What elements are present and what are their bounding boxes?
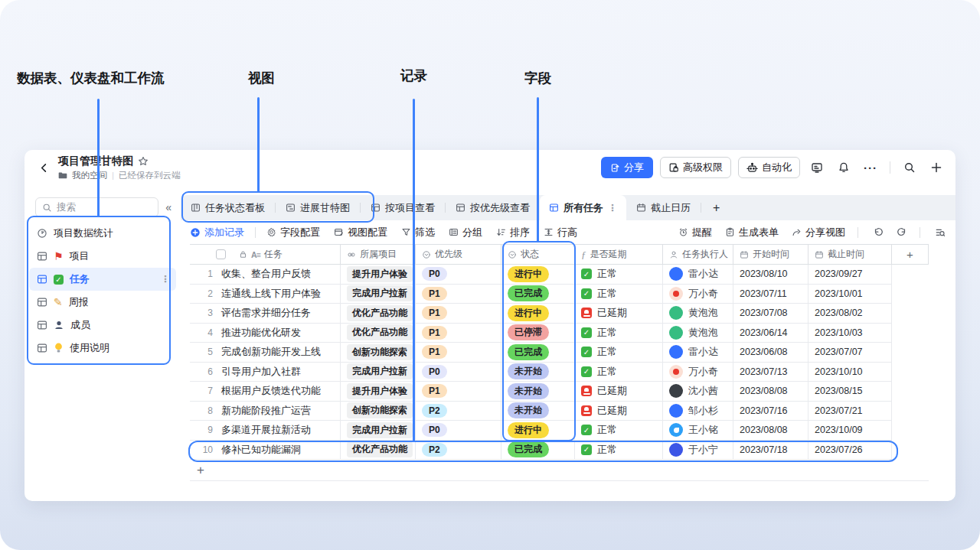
add-view-button[interactable]: + bbox=[701, 195, 731, 220]
back-button[interactable] bbox=[34, 158, 54, 177]
delay-cell[interactable]: 正常 bbox=[575, 421, 663, 441]
find-in-view-button[interactable] bbox=[935, 227, 946, 238]
priority-cell[interactable]: P0 bbox=[416, 421, 501, 441]
assignee-cell[interactable]: 雷小达 bbox=[663, 343, 733, 363]
tab-all-tasks[interactable]: 所有任务 ⋮ bbox=[540, 195, 626, 220]
delay-cell[interactable]: 正常 bbox=[575, 285, 663, 304]
start-date-cell[interactable]: 2023/07/08 bbox=[733, 304, 808, 324]
add-column-button[interactable]: + bbox=[892, 245, 929, 265]
share-view-button[interactable]: 分享视图 bbox=[792, 226, 845, 239]
delay-cell[interactable]: 已延期 bbox=[575, 304, 663, 324]
task-cell[interactable]: 1 收集、整合用户反馈 bbox=[190, 265, 341, 285]
more-button[interactable]: ··· bbox=[861, 158, 880, 177]
select-all-checkbox[interactable] bbox=[216, 249, 226, 259]
delay-cell[interactable]: 正常 bbox=[575, 324, 663, 343]
assignee-cell[interactable]: 王小铭 bbox=[663, 421, 733, 441]
delay-cell[interactable]: 正常 bbox=[575, 343, 663, 363]
column-header-end-date[interactable]: 截止时间 bbox=[808, 245, 892, 265]
end-date-cell[interactable]: 2023/07/07 bbox=[808, 343, 892, 363]
column-header-task[interactable]: A≡ 任务 bbox=[190, 245, 341, 265]
start-date-cell[interactable]: 2023/08/08 bbox=[733, 382, 808, 402]
start-date-cell[interactable]: 2023/08/10 bbox=[733, 265, 808, 285]
assignee-cell[interactable]: 邹小杉 bbox=[663, 402, 733, 421]
priority-cell[interactable]: P1 bbox=[416, 304, 501, 324]
task-cell[interactable]: 6 引导用户加入社群 bbox=[190, 363, 341, 382]
start-date-cell[interactable]: 2023/07/16 bbox=[733, 402, 808, 421]
sort-button[interactable]: 排序 bbox=[496, 226, 530, 239]
task-cell[interactable]: 7 根据用户反馈迭代功能 bbox=[190, 382, 341, 402]
project-cell[interactable]: 创新功能探索 bbox=[341, 343, 416, 363]
task-cell[interactable]: 5 完成创新功能开发上线 bbox=[190, 343, 341, 363]
filter-button[interactable]: 筛选 bbox=[401, 226, 435, 239]
share-button[interactable]: 分享 bbox=[601, 157, 653, 178]
automation-button[interactable]: 自动化 bbox=[738, 157, 800, 178]
end-date-cell[interactable]: 2023/09/27 bbox=[808, 265, 892, 285]
priority-cell[interactable]: P1 bbox=[416, 285, 501, 304]
tab-more-icon[interactable]: ⋮ bbox=[608, 203, 617, 213]
project-cell[interactable]: 创新功能探索 bbox=[341, 402, 416, 421]
priority-cell[interactable]: P0 bbox=[416, 265, 501, 285]
tab-by-priority[interactable]: 按优先级查看 bbox=[446, 195, 540, 220]
column-header-priority[interactable]: 优先级 bbox=[416, 245, 501, 265]
assignee-cell[interactable]: 黄泡泡 bbox=[663, 324, 733, 343]
task-cell[interactable]: 8 新功能阶段推广运营 bbox=[190, 402, 341, 421]
priority-cell[interactable]: P2 bbox=[416, 402, 501, 421]
task-cell[interactable]: 4 推进功能优化研发 bbox=[190, 324, 341, 343]
priority-cell[interactable]: P1 bbox=[416, 343, 501, 363]
end-date-cell[interactable]: 2023/10/01 bbox=[808, 285, 892, 304]
start-date-cell[interactable]: 2023/07/11 bbox=[733, 285, 808, 304]
task-cell[interactable]: 9 多渠道开展拉新活动 bbox=[190, 421, 341, 441]
priority-cell[interactable]: P0 bbox=[416, 363, 501, 382]
priority-cell[interactable]: P1 bbox=[416, 324, 501, 343]
start-date-cell[interactable]: 2023/06/08 bbox=[733, 343, 808, 363]
delay-cell[interactable]: 已延期 bbox=[575, 382, 663, 402]
assignee-cell[interactable]: 万小奇 bbox=[663, 285, 733, 304]
delay-cell[interactable]: 正常 bbox=[575, 363, 663, 382]
assignee-cell[interactable]: 万小奇 bbox=[663, 363, 733, 382]
widget-button[interactable] bbox=[807, 158, 827, 177]
assignee-cell[interactable]: 雷小达 bbox=[663, 265, 733, 285]
end-date-cell[interactable]: 2023/10/03 bbox=[808, 324, 892, 343]
project-cell[interactable]: 优化产品功能 bbox=[341, 304, 416, 324]
search-button[interactable] bbox=[900, 158, 920, 177]
collapse-sidebar-icon[interactable]: « bbox=[165, 201, 172, 213]
start-date-cell[interactable]: 2023/07/13 bbox=[733, 363, 808, 382]
star-icon[interactable] bbox=[138, 156, 149, 167]
column-header-delay[interactable]: ƒ 是否延期 bbox=[575, 245, 663, 265]
group-button[interactable]: 分组 bbox=[449, 226, 482, 239]
task-cell[interactable]: 3 评估需求并细分任务 bbox=[190, 304, 341, 324]
task-cell[interactable]: 2 连通线上线下用户体验 bbox=[190, 285, 341, 304]
undo-button[interactable] bbox=[873, 227, 884, 238]
end-date-cell[interactable]: 2023/08/15 bbox=[808, 382, 892, 402]
start-date-cell[interactable]: 2023/08/08 bbox=[733, 421, 808, 441]
notifications-button[interactable] bbox=[834, 158, 854, 177]
row-height-button[interactable]: 行高 bbox=[544, 226, 577, 239]
advanced-permission-button[interactable]: 高级权限 bbox=[660, 157, 731, 178]
project-cell[interactable]: 优化产品功能 bbox=[341, 324, 416, 343]
project-cell[interactable]: 提升用户体验 bbox=[341, 265, 416, 285]
view-config-button[interactable]: 视图配置 bbox=[334, 226, 387, 239]
tab-deadline-calendar[interactable]: 截止日历 bbox=[626, 195, 701, 220]
project-cell[interactable]: 提升用户体验 bbox=[341, 382, 416, 402]
end-date-cell[interactable]: 2023/08/02 bbox=[808, 304, 892, 324]
field-config-button[interactable]: 字段配置 bbox=[266, 226, 320, 239]
end-date-cell[interactable]: 2023/07/21 bbox=[808, 402, 892, 421]
project-cell[interactable]: 完成用户拉新 bbox=[341, 285, 416, 304]
add-record-row[interactable]: + bbox=[190, 460, 929, 481]
end-date-cell[interactable]: 2023/10/09 bbox=[808, 421, 892, 441]
end-date-cell[interactable]: 2023/10/10 bbox=[808, 363, 892, 382]
project-cell[interactable]: 完成用户拉新 bbox=[341, 421, 416, 441]
start-date-cell[interactable]: 2023/06/14 bbox=[733, 324, 808, 343]
remind-button[interactable]: 提醒 bbox=[678, 226, 712, 239]
column-header-project[interactable]: 所属项目 bbox=[341, 245, 416, 265]
add-button[interactable] bbox=[926, 158, 946, 177]
priority-cell[interactable]: P1 bbox=[416, 382, 501, 402]
breadcrumb-space[interactable]: 我的空间 bbox=[72, 170, 107, 181]
create-form-button[interactable]: 生成表单 bbox=[725, 226, 779, 239]
redo-button[interactable] bbox=[897, 227, 907, 238]
column-header-start-date[interactable]: 开始时间 bbox=[733, 245, 808, 265]
assignee-cell[interactable]: 沈小茜 bbox=[663, 382, 733, 402]
project-cell[interactable]: 完成用户拉新 bbox=[341, 363, 416, 382]
assignee-cell[interactable]: 黄泡泡 bbox=[663, 304, 733, 324]
delay-cell[interactable]: 已延期 bbox=[575, 402, 663, 421]
